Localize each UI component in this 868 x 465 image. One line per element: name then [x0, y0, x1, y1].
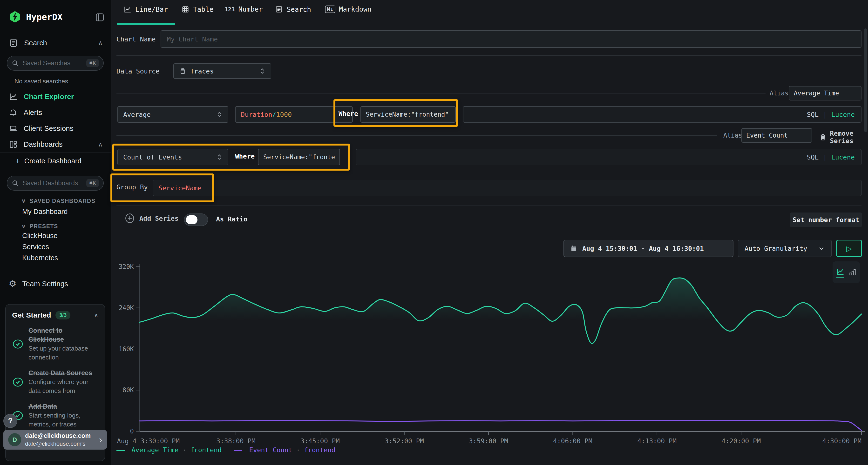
legend-series-name: Average Time	[131, 446, 179, 454]
divider	[117, 55, 862, 56]
get-started-step-add-data[interactable]: Add Data Start sending logs, metrics, or…	[12, 402, 98, 429]
legend-separator: ·	[296, 446, 300, 454]
saved-dashboards-section[interactable]: ∨ SAVED DASHBOARDS	[21, 198, 95, 204]
time-range-picker[interactable]: Aug 4 15:30:01 - Aug 4 16:30:01	[563, 240, 734, 257]
as-ratio-toggle[interactable]	[184, 213, 208, 226]
divider	[117, 205, 862, 206]
help-button[interactable]: ?	[3, 414, 18, 428]
get-started-step-connect[interactable]: Connect to ClickHouse Set up your databa…	[12, 326, 98, 362]
saved-dashboards-field[interactable]	[22, 179, 83, 187]
sidebar-item-my-dashboard[interactable]: My Dashboard	[22, 208, 68, 215]
tab-search[interactable]: Search	[275, 5, 311, 13]
add-series-button[interactable]: Add Series	[124, 213, 179, 224]
series-2-where-input[interactable]	[258, 149, 340, 165]
group-by-input[interactable]: ServiceName	[153, 180, 862, 196]
aggregation-value: Average	[123, 111, 212, 118]
sql-toggle[interactable]: SQL	[807, 111, 818, 118]
hyperdx-app: HyperDX Search ∧ ⌘K No saved searches Ch…	[0, 0, 868, 465]
svg-text:80K: 80K	[123, 387, 134, 394]
svg-text:4:06:00 PM: 4:06:00 PM	[553, 437, 592, 445]
sidebar-item-team-settings[interactable]: ⚙ Team Settings	[9, 279, 103, 289]
chevron-up-icon[interactable]: ∧	[98, 141, 103, 148]
legend-group-name: frontend	[190, 446, 222, 454]
set-number-format-button[interactable]: Set number format	[790, 212, 862, 227]
sidebar-item-services[interactable]: Services	[22, 243, 49, 251]
remove-series-label: Remove Series	[830, 130, 868, 144]
list-icon	[275, 5, 283, 13]
get-started-header[interactable]: Get Started 3/3 ∧	[12, 311, 98, 320]
chevron-up-icon[interactable]: ∧	[94, 312, 98, 319]
series-1-expression-field[interactable]: Duration/1000	[235, 106, 353, 123]
sidebar-item-label: Search	[24, 39, 47, 47]
tab-line-bar[interactable]: Line/Bar	[123, 5, 168, 13]
series-2-alias-input[interactable]	[741, 128, 812, 143]
trash-icon	[819, 133, 827, 141]
series-1-alias-input[interactable]	[789, 86, 862, 100]
series-1-aggregation-select[interactable]: Average	[117, 106, 228, 123]
tab-label: Number	[239, 5, 263, 13]
svg-text:240K: 240K	[119, 304, 134, 311]
sql-toggle[interactable]: SQL	[807, 154, 818, 161]
search-docs-icon	[9, 38, 18, 48]
user-menu[interactable]: D dale@clickhouse.com dale@clickhouse.co…	[3, 430, 107, 450]
plus-icon: +	[16, 157, 20, 166]
legend-item-event-count[interactable]: Event Count · frontend	[234, 446, 335, 454]
sidebar-item-search[interactable]: Search ∧	[9, 38, 103, 48]
shortcut-badge: ⌘K	[86, 59, 99, 67]
legend-item-average-time[interactable]: Average Time · frontend	[117, 446, 222, 454]
chart-name-input[interactable]	[161, 30, 862, 48]
create-dashboard-label: Create Dashboard	[24, 157, 82, 165]
toggle-knob	[186, 215, 197, 224]
alias-divider-line	[117, 135, 717, 136]
play-icon: ▷	[846, 244, 852, 253]
saved-searches-field[interactable]	[22, 59, 83, 67]
tab-label: Search	[287, 5, 311, 13]
data-source-select[interactable]: Traces	[173, 63, 271, 79]
sidebar-item-chart-explorer[interactable]: Chart Explorer	[9, 92, 103, 101]
tab-number[interactable]: 123 Number	[225, 5, 263, 13]
saved-searches-input[interactable]: ⌘K	[7, 56, 104, 71]
legend-separator: ·	[183, 446, 186, 454]
expression-token: 1000	[276, 111, 292, 118]
chevron-right-icon: ›	[99, 434, 102, 445]
granularity-select[interactable]: Auto Granularity	[738, 240, 832, 257]
run-query-button[interactable]: ▷	[836, 240, 862, 257]
sidebar-collapse-icon[interactable]	[94, 12, 105, 24]
series-2-aggregation-select[interactable]: Count of Events	[117, 149, 228, 165]
search-icon	[11, 179, 19, 187]
presets-section[interactable]: ∨ PRESETS	[21, 223, 58, 230]
as-ratio-label: As Ratio	[216, 215, 247, 223]
lucene-toggle[interactable]: Lucene	[831, 154, 855, 161]
sidebar-item-kubernetes[interactable]: Kubernetes	[22, 254, 58, 262]
step-desc: Configure where your data comes from	[28, 378, 89, 394]
sidebar-item-clickhouse[interactable]: ClickHouse	[22, 232, 58, 240]
lucene-toggle[interactable]: Lucene	[831, 111, 855, 118]
tab-table[interactable]: Table	[181, 5, 213, 13]
group-by-label: Group By	[117, 184, 148, 191]
scrollbar-thumb[interactable]	[864, 28, 867, 132]
sidebar-item-dashboards[interactable]: Dashboards ∧	[9, 140, 103, 149]
create-dashboard-button[interactable]: + Create Dashboard	[16, 157, 102, 166]
section-label: PRESETS	[30, 223, 58, 230]
series-1-where-input[interactable]	[361, 106, 456, 123]
sidebar-item-label: Chart Explorer	[24, 93, 74, 101]
chevron-up-icon[interactable]: ∧	[98, 39, 103, 47]
sidebar: HyperDX Search ∧ ⌘K No saved searches Ch…	[0, 0, 112, 465]
get-started-step-sources[interactable]: Create Data Sources Configure where your…	[12, 369, 98, 395]
remove-series-button[interactable]: Remove Series	[819, 130, 868, 144]
series-2-query-field[interactable]: SQL | Lucene	[355, 149, 862, 165]
series-1-query-field[interactable]: SQL | Lucene	[463, 106, 862, 123]
sidebar-item-alerts[interactable]: Alerts	[9, 108, 103, 117]
tab-markdown[interactable]: M↓ Markdown	[325, 5, 371, 13]
series-2-where-label: Where	[235, 153, 255, 160]
legend-swatch	[117, 450, 125, 451]
timeseries-chart[interactable]: 080K160K240K320KAug 4 3:30:00 PM3:38:00 …	[111, 260, 868, 453]
brand: HyperDX	[9, 10, 63, 23]
sidebar-item-client-sessions[interactable]: Client Sessions	[9, 124, 103, 133]
expression-token: Duration	[241, 111, 272, 118]
saved-dashboards-input[interactable]: ⌘K	[7, 176, 104, 191]
svg-text:320K: 320K	[119, 263, 134, 270]
database-icon	[179, 67, 186, 75]
bell-icon	[9, 108, 18, 117]
shortcut-badge: ⌘K	[86, 179, 99, 187]
